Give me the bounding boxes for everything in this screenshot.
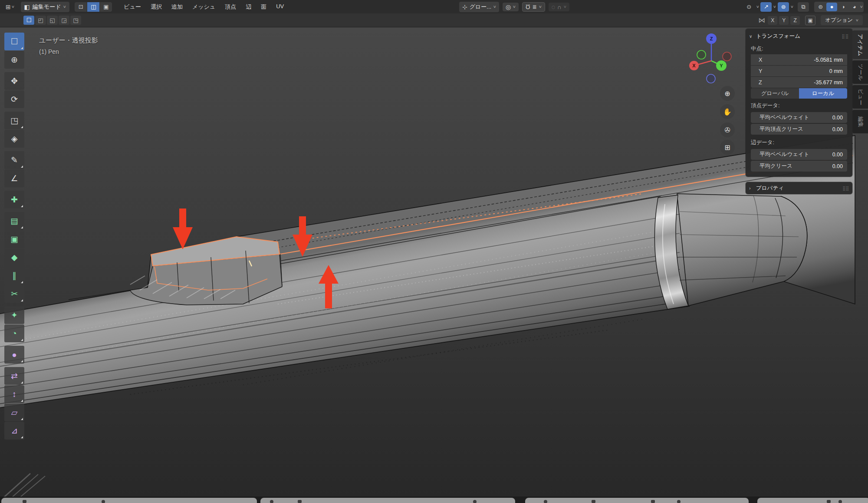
viewport-3d[interactable]	[0, 27, 868, 496]
add-cube-icon: ✚	[11, 195, 18, 205]
shading-material-button[interactable]: ◑	[838, 3, 848, 11]
mean-vertex-crease-field[interactable]: 平均頂点クリース 0.00	[751, 124, 847, 135]
menu-uv[interactable]: UV	[271, 1, 289, 13]
falloff-curve-icon[interactable]: ∩	[557, 4, 562, 10]
snap-magnet-icon[interactable]: Ω	[526, 4, 530, 10]
tool-box-select-button[interactable]: ☐	[4, 33, 24, 50]
median-z-field[interactable]: Z -35.677 mm	[751, 77, 847, 88]
snap-target-icon[interactable]: ≣	[533, 4, 537, 10]
chevron-down-icon: ∨	[855, 18, 859, 22]
orientation-label: グロー...	[470, 3, 491, 11]
face-select-button[interactable]: ▣	[100, 2, 112, 12]
menu-mesh[interactable]: メッシュ	[187, 1, 220, 13]
mean-crease-field[interactable]: 平均クリース 0.00	[751, 161, 847, 172]
tool-smooth-button[interactable]: ●	[4, 346, 24, 364]
chevron-down-icon[interactable]: ∨	[538, 5, 542, 9]
chevron-down-icon[interactable]: ∨	[756, 5, 759, 9]
menu-select[interactable]: 選択	[146, 1, 167, 13]
transform-orientation-dropdown[interactable]: ⊹ グロー... ∨	[459, 2, 499, 12]
pivot-point-dropdown[interactable]: ◎ ∨	[503, 3, 519, 11]
menu-add[interactable]: 追加	[167, 1, 187, 13]
global-tab[interactable]: グローバル	[751, 88, 799, 99]
snap-base-button[interactable]: ▣	[805, 16, 815, 25]
pan-button[interactable]: ✋	[720, 104, 735, 119]
grid-icon: ⊞	[724, 143, 730, 152]
chevron-down-icon[interactable]: ∨	[773, 5, 776, 9]
shading-solid-button[interactable]: ●	[826, 3, 837, 11]
tab-edit[interactable]: 編集	[852, 110, 868, 133]
tab-tool[interactable]: ツール	[852, 60, 868, 84]
gizmos-toggle-button[interactable]: ↗	[760, 2, 772, 12]
local-tab[interactable]: ローカル	[799, 88, 847, 99]
proportional-editing-icon[interactable]: ◌	[552, 4, 555, 10]
chevron-down-icon[interactable]: ∨	[860, 5, 863, 9]
select-intersect-button[interactable]: ◳	[70, 16, 81, 25]
shading-wireframe-button[interactable]: ⊜	[815, 3, 826, 11]
tool-extrude-region-button[interactable]: ▤	[4, 212, 24, 230]
viewport-info: ユーザー・透視投影 (1) Pen	[39, 36, 98, 55]
tool-knife-button[interactable]: ✂	[4, 285, 24, 303]
mirror-x-button[interactable]: X	[768, 16, 777, 25]
gizmo-x-label: X	[692, 63, 696, 68]
menu-face[interactable]: 面	[256, 1, 271, 13]
visibility-eye-button[interactable]: ⊙	[743, 2, 755, 12]
edge-select-button[interactable]: ◫	[87, 2, 99, 12]
chevron-down-icon[interactable]: ∨	[563, 5, 567, 9]
tool-bevel-button[interactable]: ◆	[4, 248, 24, 266]
tab-view[interactable]: ビュー	[852, 85, 868, 109]
chevron-down-icon[interactable]: ∨	[790, 5, 794, 9]
camera-view-button[interactable]: ✇	[720, 122, 735, 137]
tool-add-cube-button[interactable]: ✚	[4, 191, 24, 208]
tool-transform-button[interactable]: ◈	[4, 130, 24, 148]
panel-grip-icon[interactable]: ⣿⣿	[842, 34, 849, 39]
inset-faces-icon: ▣	[10, 234, 18, 244]
tool-spin-button[interactable]: ◔	[4, 324, 24, 342]
tool-shrink-fatten-button[interactable]: ↕	[4, 385, 24, 403]
gizmo-neg-x-handle[interactable]	[723, 52, 731, 61]
tool-inset-faces-button[interactable]: ▣	[4, 230, 24, 248]
median-y-value: 0 mm	[829, 68, 843, 74]
zoom-button[interactable]: ⊕	[720, 86, 735, 101]
xray-toggle-button[interactable]: ⧉	[798, 2, 809, 12]
editor-type-button[interactable]: ⊞ ∨	[3, 3, 16, 11]
options-dropdown[interactable]: オプション ∨	[821, 15, 863, 25]
tab-item[interactable]: アイテム	[852, 30, 868, 59]
median-y-field[interactable]: Y 0 mm	[751, 66, 847, 76]
perspective-toggle-button[interactable]: ⊞	[720, 140, 735, 155]
overlays-toggle-button[interactable]: ⊚	[778, 2, 789, 12]
tool-rip-region-button[interactable]: ⊿	[4, 422, 24, 440]
mean-bevel-weight-edge-field[interactable]: 平均ベベルウェイト 0.00	[751, 149, 847, 160]
vertex-select-button[interactable]: ⊡	[75, 2, 87, 12]
tool-annotate-button[interactable]: ✎	[4, 151, 24, 169]
panel-grip-icon[interactable]: ⣿⣿	[842, 186, 849, 191]
tool-move-button[interactable]: ✥	[4, 72, 24, 90]
select-set-button[interactable]: ☐	[23, 16, 34, 25]
menubar: ビュー 選択 追加 メッシュ 頂点 辺 面 UV	[119, 1, 289, 13]
menu-vertex[interactable]: 頂点	[220, 1, 241, 13]
mirror-y-button[interactable]: Y	[779, 16, 789, 25]
transform-panel-header[interactable]: ∨ トランスフォーム ⣿⣿	[746, 30, 852, 42]
properties-panel-header[interactable]: › プロパティ ⣿⣿	[746, 182, 852, 194]
tool-shear-button[interactable]: ▱	[4, 404, 24, 421]
menu-view[interactable]: ビュー	[119, 1, 146, 13]
tool-edge-slide-button[interactable]: ⇄	[4, 367, 24, 385]
mean-bevel-weight-vertex-field[interactable]: 平均ベベルウェイト 0.00	[751, 112, 847, 123]
tool-poly-build-button[interactable]: ✦	[4, 306, 24, 324]
menu-edge[interactable]: 辺	[241, 1, 256, 13]
tool-settings-right: ⋈ X Y Z ▣ オプション ∨	[758, 15, 868, 25]
gizmo-neg-z-handle[interactable]	[707, 74, 715, 83]
select-extend-button[interactable]: ◰	[35, 16, 46, 25]
shading-rendered-button[interactable]: ◕	[849, 3, 860, 11]
tool-measure-button[interactable]: ∠	[4, 169, 24, 187]
select-invert-button[interactable]: ◲	[59, 16, 69, 25]
mirror-z-button[interactable]: Z	[790, 16, 800, 25]
navigation-gizmo[interactable]: Z X Y	[688, 33, 736, 85]
tool-cursor-button[interactable]: ⊕	[4, 51, 24, 69]
gizmo-neg-y-handle[interactable]	[697, 50, 706, 59]
median-x-field[interactable]: X -5.0581 mm	[751, 54, 847, 65]
tool-loop-cut-button[interactable]: ∥	[4, 267, 24, 285]
tool-rotate-button[interactable]: ⟳	[4, 90, 24, 108]
mode-selector[interactable]: ◧ 編集モード ∨	[21, 2, 70, 12]
select-subtract-button[interactable]: ◱	[47, 16, 58, 25]
tool-scale-button[interactable]: ◳	[4, 112, 24, 129]
